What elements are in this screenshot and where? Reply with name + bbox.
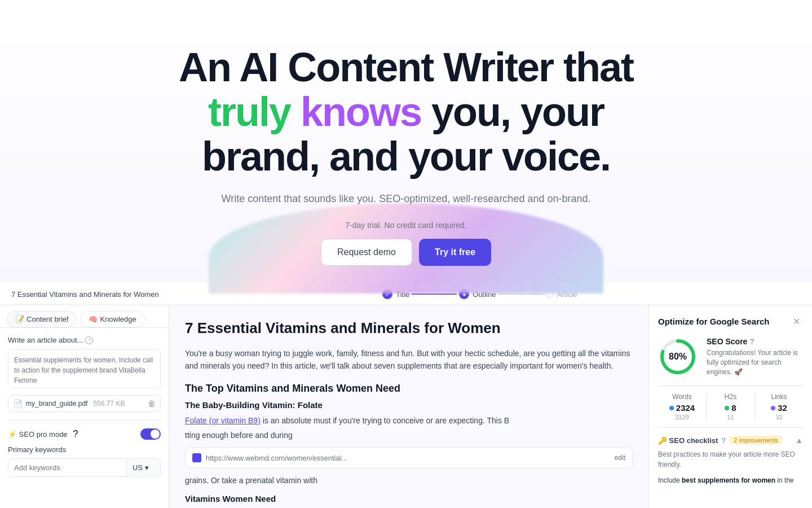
article-body-text2: tting enough before and during: [185, 429, 633, 441]
divider: [8, 420, 161, 421]
hero-subtitle: Write content that sounds like you. SEO-…: [11, 193, 801, 205]
stat-links: Links 32 32: [754, 393, 803, 421]
field-label: Write an article about... ?: [8, 336, 161, 344]
tab-content-brief[interactable]: 📝 Content brief: [7, 311, 77, 327]
file-name: my_brand_guide.pdf: [26, 400, 87, 408]
h2s-label: H2s: [707, 393, 754, 401]
right-seo-panel: Optimize for Google Search ✕ 80% SEO Sco…: [648, 305, 812, 508]
h2s-value: 8: [707, 403, 754, 413]
cta-buttons: Request demo Try it free: [11, 239, 801, 266]
close-panel-button[interactable]: ✕: [789, 314, 803, 328]
keywords-label: Primary keywords: [8, 445, 161, 454]
hero-title-space: [290, 89, 301, 134]
words-value: 2324: [658, 403, 706, 413]
words-total: 3129: [658, 414, 706, 421]
hero-title-truly: truly: [208, 89, 290, 134]
seo-score-desc: Congratulations! Your article is fully o…: [707, 348, 803, 376]
seo-score-label: SEO Score: [707, 337, 747, 346]
seo-mode-label: ⚡ SEO pro mode: [8, 430, 68, 439]
seo-score-area: 80% SEO Score ? Congratulations! Your ar…: [658, 337, 803, 376]
seo-row: ⚡ SEO pro mode ?: [8, 428, 161, 440]
step-line-2: [498, 294, 543, 295]
article-h2: The Top Vitamins and Minerals Women Need: [185, 383, 633, 395]
step-line-1: [412, 294, 457, 295]
stat-h2s: H2s 8 11: [706, 393, 754, 421]
tab-knowledge[interactable]: 🧠 Knowledge: [80, 311, 144, 327]
improvements-badge: 2 improvements: [729, 436, 782, 445]
tab-content-brief-label: Content brief: [27, 315, 68, 323]
article-title-label: 7 Essential Vitamins and Minerals for Wo…: [11, 290, 159, 299]
checklist-help-icon[interactable]: ?: [721, 436, 726, 445]
article-h1: 7 Essential Vitamins and Minerals for Wo…: [185, 319, 633, 338]
tab-content-brief-icon: 📝: [15, 315, 24, 323]
country-select[interactable]: US ▾: [126, 459, 160, 476]
columns-area: 📝 Content brief 🧠 Knowledge Write an art…: [0, 305, 812, 508]
panel-title: Optimize for Google Search: [658, 317, 770, 326]
help-icon[interactable]: ?: [85, 336, 93, 344]
stat-words: Words 2324 3129: [658, 393, 706, 421]
source-edit-button[interactable]: edit: [615, 454, 625, 462]
country-value: US: [133, 463, 143, 472]
write-about-textarea[interactable]: Essential supplements for women. Include…: [8, 349, 161, 388]
keyword-input-row: US ▾: [8, 458, 161, 477]
hero-title: An AI Content Writer that truly knows yo…: [152, 45, 660, 179]
country-chevron-icon: ▾: [145, 463, 149, 472]
article-body-text1: is an absolute must if you're trying to …: [261, 416, 509, 425]
score-value: 80%: [669, 352, 687, 362]
checklist-title: 🔑 SEO checklist ? 2 improvements: [658, 436, 783, 445]
links-value: 32: [755, 403, 803, 413]
article-body: Folate (or vitamin B9) is an absolute mu…: [185, 414, 633, 427]
score-help-icon[interactable]: ?: [749, 337, 754, 346]
delete-file-button[interactable]: 🗑: [148, 399, 156, 408]
score-circle: 80%: [658, 337, 698, 376]
checklist-header: 🔑 SEO checklist ? 2 improvements ▲: [658, 436, 803, 445]
file-size: 556.77 KB: [93, 400, 125, 408]
seo-score-info: SEO Score ? Congratulations! Your articl…: [707, 337, 803, 376]
hero-title-part1: An AI Content Writer that: [179, 45, 633, 90]
file-icon: 📄: [13, 399, 23, 408]
source-card: https://www.webmd.com/women/essential...…: [185, 447, 633, 468]
source-favicon: [192, 453, 201, 462]
tab-knowledge-label: Knowledge: [100, 315, 136, 323]
panel-header: Optimize for Google Search ✕: [658, 314, 803, 328]
h2s-number: 8: [731, 403, 736, 413]
article-h3: The Baby-Building Vitamin: Folate: [185, 400, 633, 410]
file-attachment: 📄 my_brand_guide.pdf 556.77 KB 🗑: [8, 395, 161, 412]
article-link[interactable]: Folate (or vitamin B9): [185, 416, 261, 425]
try-it-free-button[interactable]: Try it free: [419, 239, 491, 266]
article-body-text3: grains. Or take a prenatal vitamin with: [185, 474, 633, 487]
seo-toggle[interactable]: [140, 428, 161, 440]
stats-row: Words 2324 3129 H2s 8 11 Links: [658, 386, 803, 428]
article-h3-vitamins: Vitamins Women Need: [185, 494, 633, 503]
h2s-total: 11: [707, 414, 754, 421]
links-label: Links: [755, 393, 803, 401]
seo-help-icon[interactable]: ?: [73, 429, 78, 439]
sidebar-tabs: 📝 Content brief 🧠 Knowledge: [0, 305, 169, 328]
checklist-collapse-button[interactable]: ▲: [795, 436, 803, 445]
left-sidebar: 📝 Content brief 🧠 Knowledge Write an art…: [0, 305, 169, 508]
words-dot: [669, 406, 674, 410]
words-label: Words: [658, 393, 706, 401]
keyword-input[interactable]: [8, 459, 126, 476]
checklist-title-text: 🔑 SEO checklist: [658, 436, 718, 445]
words-number: 2324: [676, 403, 695, 413]
checklist-desc: Best practices to make your article more…: [658, 449, 803, 470]
tab-knowledge-icon: 🧠: [89, 315, 98, 323]
source-url: https://www.webmd.com/women/essential...: [206, 454, 610, 462]
checklist-bold: best supplements for women: [682, 476, 775, 484]
hero-title-knows: knows: [301, 89, 421, 134]
sidebar-body: Write an article about... ? Essential su…: [0, 328, 169, 485]
checklist-item: Include best supplements for women in th…: [658, 475, 803, 485]
bottom-panel: 7 Essential Vitamins and Minerals for Wo…: [0, 282, 812, 508]
article-intro: You're a busy woman trying to juggle wor…: [185, 347, 633, 373]
h2s-dot: [725, 406, 729, 410]
middle-content: 7 Essential Vitamins and Minerals for Wo…: [169, 305, 648, 508]
write-about-label: Write an article about...: [8, 336, 83, 344]
request-demo-button[interactable]: Request demo: [321, 239, 412, 266]
links-total: 32: [755, 414, 803, 421]
trial-text: 7-day trial. No credit card required.: [11, 221, 801, 230]
links-number: 32: [778, 403, 787, 413]
links-dot: [771, 406, 775, 410]
seo-score-title: SEO Score ?: [707, 337, 803, 346]
